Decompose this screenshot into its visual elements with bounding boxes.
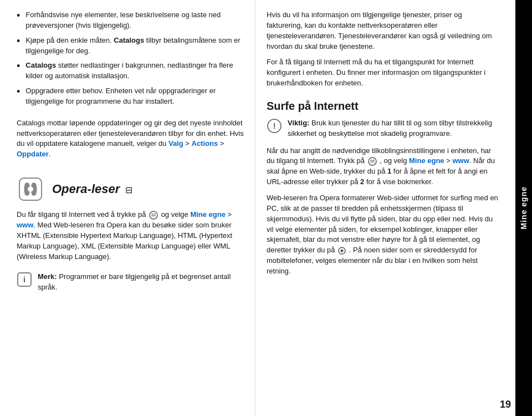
- merk-label: Merk:: [38, 272, 57, 281]
- catalogs-bold: Catalogs: [114, 36, 144, 44]
- key-2: 2: [360, 177, 364, 186]
- opera-title-text: Opera-leser: [52, 182, 120, 196]
- menu-icon2: [368, 157, 377, 166]
- opera-paragraph1: Du får tilgang til Internett ved å trykk…: [17, 210, 244, 262]
- list-item: • Forhåndsvise nye elementer, lese beskr…: [17, 10, 244, 31]
- page-content: • Forhåndsvise nye elementer, lese beskr…: [0, 0, 532, 416]
- catalogs-end: .: [49, 150, 51, 158]
- menu-icon: [149, 211, 158, 220]
- bullet-icon: •: [17, 36, 20, 46]
- sep2: >: [218, 139, 224, 148]
- catalogs-bold: Catalogs: [25, 61, 56, 69]
- svg-rect-0: [19, 178, 42, 200]
- bullet-text: Forhåndsvise nye elementer, lese beskriv…: [25, 10, 244, 31]
- mine-egne-link2: Mine egne: [409, 156, 444, 165]
- side-tab: Mine egne: [515, 0, 532, 416]
- bullet-icon: •: [17, 11, 20, 21]
- merk-text: Merk: Programmet er bare tilgjengelig på…: [38, 272, 244, 293]
- page-number: 19: [500, 399, 511, 410]
- right-para1: Hvis du vil ha informasjon om tilgjengel…: [267, 10, 499, 52]
- valg-link: Valg: [168, 139, 183, 148]
- bullet-text: Catalogs støtter nedlastinger i bakgrunn…: [25, 60, 244, 82]
- svg-point-8: [369, 158, 376, 165]
- viktig-content: Bruk kun tjenester du har tillit til og …: [288, 119, 492, 138]
- surfe-header: Surfe på Internett: [267, 100, 499, 113]
- svg-text:i: i: [23, 275, 25, 284]
- bullet-text: Kjøpe på den enkle måten. Catalogs tilby…: [25, 35, 244, 57]
- left-column: • Forhåndsvise nye elementer, lese beskr…: [0, 0, 255, 416]
- list-item: • Catalogs støtter nedlastinger i bakgru…: [17, 60, 244, 82]
- bullet-list: • Forhåndsvise nye elementer, lese beskr…: [17, 10, 244, 111]
- merk-block: i Merk: Programmet er bare tilgjengelig …: [17, 272, 244, 293]
- opera-header: Opera-leser ⊟: [17, 175, 244, 203]
- merk-content: Programmet er bare tilgjengelig på et be…: [38, 272, 231, 291]
- viktig-block: ! Viktig: Bruk kun tjenester du har till…: [267, 118, 499, 139]
- oppdater-link: Oppdater: [17, 150, 49, 158]
- bookmark-icon: ⊟: [125, 185, 132, 195]
- mine-egne-link: Mine egne: [190, 210, 226, 219]
- opera-browser-icon: [17, 175, 44, 203]
- bullet-icon: •: [17, 61, 20, 71]
- svg-point-1: [150, 211, 157, 219]
- right-para2: For å få tilgang til Internett må du ha …: [267, 57, 499, 89]
- list-item: • Kjøpe på den enkle måten. Catalogs til…: [17, 35, 244, 57]
- merk-icon: i: [17, 272, 32, 287]
- right-para3: Når du har angitt de nødvendige tilkobli…: [267, 146, 499, 187]
- sep1: >: [183, 139, 192, 148]
- list-item: • Oppgradere etter behov. Enheten vet nå…: [17, 86, 244, 107]
- svg-point-12: [341, 249, 344, 252]
- bullet-icon: •: [17, 87, 20, 97]
- bullet-text: Oppgradere etter behov. Enheten vet når …: [25, 86, 244, 107]
- viktig-icon: !: [267, 118, 282, 134]
- select-icon: [338, 247, 346, 255]
- right-column: Hvis du vil ha informasjon om tilgjengel…: [255, 0, 510, 416]
- opera-title-area: Opera-leser ⊟: [52, 182, 132, 196]
- svg-text:!: !: [273, 121, 276, 130]
- right-para4: Web-leseren fra Opera formaterer Web-sid…: [267, 193, 499, 277]
- viktig-text: Viktig: Bruk kun tjenester du har tillit…: [288, 118, 499, 139]
- viktig-label: Viktig:: [288, 119, 310, 127]
- side-tab-label: Mine egne: [519, 186, 528, 229]
- www-link: www: [17, 221, 33, 229]
- www-link2: www: [452, 156, 469, 165]
- catalogs-paragraph: Catalogs mottar løpende oppdateringer og…: [17, 118, 244, 160]
- key-1: 1: [387, 167, 391, 175]
- actions-link: Actions: [192, 139, 218, 148]
